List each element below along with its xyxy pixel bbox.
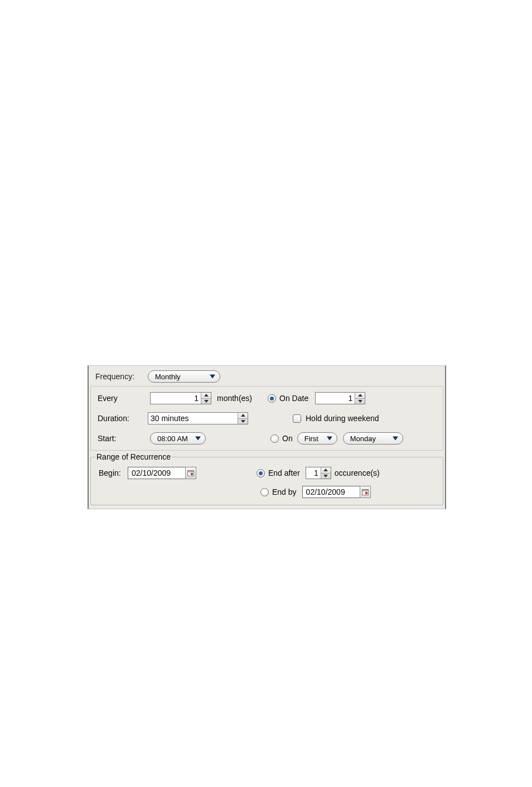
start-time-select[interactable]: 08:00 AM — [150, 432, 206, 445]
every-unit-label: month(es) — [217, 394, 252, 403]
on-weekday-radio[interactable] — [270, 434, 279, 443]
spinner-buttons[interactable] — [201, 393, 211, 404]
end-after-input[interactable] — [306, 467, 321, 479]
range-of-recurrence-group: Range of Recurrence Begin: 02/10/2009 En… — [90, 452, 443, 505]
weekday-value: Monday — [350, 434, 376, 443]
begin-calendar-button[interactable] — [185, 467, 196, 479]
duration-stepper[interactable] — [148, 412, 248, 424]
on-date-radio[interactable] — [268, 394, 276, 403]
end-by-radio[interactable] — [260, 488, 269, 496]
duration-input[interactable] — [148, 413, 238, 424]
frequency-label: Frequency: — [95, 372, 144, 381]
hold-weekend-label: Hold during weekend — [306, 414, 379, 423]
weekday-select[interactable]: Monday — [343, 432, 403, 445]
pattern-section: Every month(es) On Date — [90, 386, 443, 451]
spin-down-icon[interactable] — [201, 398, 211, 404]
every-n-input[interactable] — [151, 393, 201, 404]
end-after-label: End after — [268, 469, 300, 477]
duration-label: Duration: — [98, 414, 138, 423]
ordinal-select[interactable]: First — [297, 432, 337, 445]
every-label: Every — [98, 394, 138, 403]
calendar-icon — [187, 470, 194, 476]
range-row-1: Begin: 02/10/2009 End after occurence(s) — [99, 467, 436, 479]
spin-down-icon[interactable] — [355, 398, 365, 404]
spinner-buttons[interactable] — [321, 467, 331, 479]
start-label: Start: — [98, 434, 138, 443]
begin-date-value: 02/10/2009 — [132, 469, 171, 477]
spin-up-icon[interactable] — [238, 413, 248, 418]
start-time-value: 08:00 AM — [157, 434, 188, 443]
frequency-value: Monthly — [155, 373, 181, 381]
start-row: Start: 08:00 AM On First Monday — [98, 432, 437, 445]
end-by-label: End by — [272, 487, 297, 496]
spinner-buttons[interactable] — [238, 413, 248, 424]
ordinal-value: First — [304, 434, 318, 443]
on-weekday-label: On — [282, 434, 293, 443]
chevron-down-icon — [195, 437, 201, 441]
hold-weekend-checkbox[interactable] — [293, 414, 301, 423]
end-by-date-value: 02/10/2009 — [306, 487, 345, 496]
spin-up-icon[interactable] — [355, 393, 365, 398]
end-by-calendar-button[interactable] — [360, 486, 371, 498]
end-by-date-field[interactable]: 02/10/2009 — [302, 486, 360, 498]
every-n-stepper[interactable] — [150, 392, 211, 404]
end-after-stepper[interactable] — [306, 467, 331, 479]
end-after-radio[interactable] — [257, 469, 265, 477]
spin-down-icon[interactable] — [238, 418, 248, 424]
occurrences-label: occurence(s) — [335, 469, 380, 477]
chevron-down-icon — [393, 437, 398, 441]
spin-up-icon[interactable] — [201, 393, 211, 398]
range-row-2: End by 02/10/2009 — [99, 486, 436, 498]
on-date-stepper[interactable] — [315, 392, 365, 404]
every-row: Every month(es) On Date — [98, 392, 437, 404]
frequency-row: Frequency: Monthly — [89, 366, 445, 386]
frequency-select[interactable]: Monthly — [148, 370, 220, 383]
chevron-down-icon — [327, 437, 332, 441]
spin-down-icon[interactable] — [321, 473, 331, 479]
calendar-icon — [362, 489, 369, 495]
on-date-label: On Date — [279, 394, 308, 403]
on-date-input[interactable] — [316, 393, 355, 404]
duration-row: Duration: Hold during weekend — [98, 412, 437, 424]
recurrence-panel: Frequency: Monthly Every month(es) On Da… — [88, 365, 446, 509]
begin-label: Begin: — [99, 469, 128, 477]
spinner-buttons[interactable] — [355, 393, 365, 404]
chevron-down-icon — [210, 375, 215, 379]
spin-up-icon[interactable] — [321, 467, 331, 473]
range-legend: Range of Recurrence — [95, 452, 172, 461]
begin-date-field[interactable]: 02/10/2009 — [128, 467, 186, 479]
